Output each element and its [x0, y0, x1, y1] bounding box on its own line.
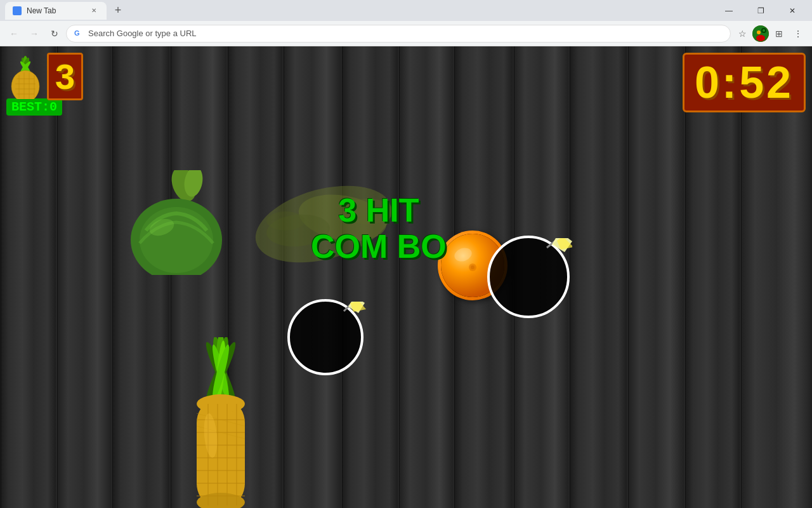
- watermelon-fruit: [127, 170, 225, 275]
- back-button[interactable]: ←: [5, 25, 23, 43]
- svg-rect-29: [628, 46, 629, 508]
- svg-rect-79: [197, 404, 245, 502]
- best-label: BEST:: [11, 100, 49, 114]
- bomb-1: [287, 299, 363, 375]
- nav-right-icons: ☆ ⊞ ⋮: [733, 25, 807, 43]
- svg-rect-8: [57, 46, 111, 508]
- wood-background: [0, 46, 812, 508]
- svg-rect-16: [284, 46, 341, 508]
- svg-rect-21: [399, 46, 400, 508]
- profile-icon[interactable]: [752, 25, 769, 42]
- forward-button[interactable]: →: [25, 25, 43, 43]
- svg-rect-17: [284, 46, 284, 508]
- maximize-button[interactable]: ❐: [746, 0, 775, 21]
- svg-point-53: [266, 211, 304, 231]
- best-value: 0: [49, 100, 57, 114]
- svg-rect-10: [112, 46, 169, 508]
- pineapple-fruit: [183, 337, 259, 508]
- timer-display: 0:52: [683, 53, 806, 112]
- svg-point-4: [763, 29, 765, 32]
- browser-tab[interactable]: New Tab ✕: [5, 2, 107, 20]
- score-value: 3: [47, 53, 83, 100]
- address-bar[interactable]: G Search Google or type a URL: [66, 25, 731, 43]
- svg-rect-6: [0, 46, 56, 508]
- minimize-button[interactable]: —: [714, 0, 743, 21]
- browser-chrome: New Tab ✕ + — ❐ ✕ ← → ↻ G Search Google …: [0, 0, 812, 46]
- tab-favicon: [13, 6, 22, 15]
- address-text: Search Google or type a URL: [88, 29, 723, 38]
- svg-rect-9: [57, 46, 58, 508]
- svg-rect-30: [685, 46, 740, 508]
- nav-bar: ← → ↻ G Search Google or type a URL ☆ ⊞ …: [0, 21, 812, 46]
- svg-rect-32: [741, 46, 812, 508]
- svg-point-80: [197, 394, 245, 413]
- svg-rect-31: [685, 46, 686, 508]
- svg-rect-33: [741, 46, 742, 508]
- svg-point-66: [471, 265, 475, 269]
- svg-rect-28: [628, 46, 684, 508]
- new-tab-button[interactable]: +: [109, 2, 127, 20]
- svg-point-2: [756, 35, 765, 41]
- svg-rect-11: [112, 46, 113, 508]
- svg-rect-18: [342, 46, 398, 508]
- game-area: 3 BEST:0 0:52 3 HIT COM BO: [0, 46, 812, 508]
- bomb-2: [487, 236, 570, 318]
- timer-value: 0:52: [695, 57, 794, 108]
- combo-hit-text: 3 HIT: [311, 192, 447, 229]
- combo-text: 3 HIT COM BO: [311, 192, 447, 265]
- svg-rect-13: [171, 46, 171, 508]
- score-pineapple-icon: [6, 55, 44, 99]
- refresh-button[interactable]: ↻: [46, 25, 63, 43]
- combo-label-text: COM BO: [311, 229, 447, 265]
- google-logo: G: [74, 29, 83, 38]
- svg-point-1: [757, 30, 761, 34]
- extensions-button[interactable]: ⊞: [770, 25, 788, 43]
- svg-rect-19: [342, 46, 343, 508]
- svg-point-39: [11, 70, 39, 99]
- svg-point-58: [140, 207, 213, 273]
- score-display: 3: [6, 53, 83, 100]
- menu-button[interactable]: ⋮: [789, 25, 807, 43]
- svg-rect-26: [570, 46, 627, 508]
- tab-title: New Tab: [27, 6, 56, 15]
- svg-rect-7: [1, 46, 1, 508]
- best-score-display: BEST:0: [6, 98, 62, 116]
- bookmark-button[interactable]: ☆: [733, 25, 751, 43]
- close-button[interactable]: ✕: [778, 0, 807, 21]
- title-bar: New Tab ✕ + — ❐ ✕: [0, 0, 812, 21]
- window-controls: — ❐ ✕: [714, 0, 807, 21]
- tab-close-button[interactable]: ✕: [89, 6, 99, 16]
